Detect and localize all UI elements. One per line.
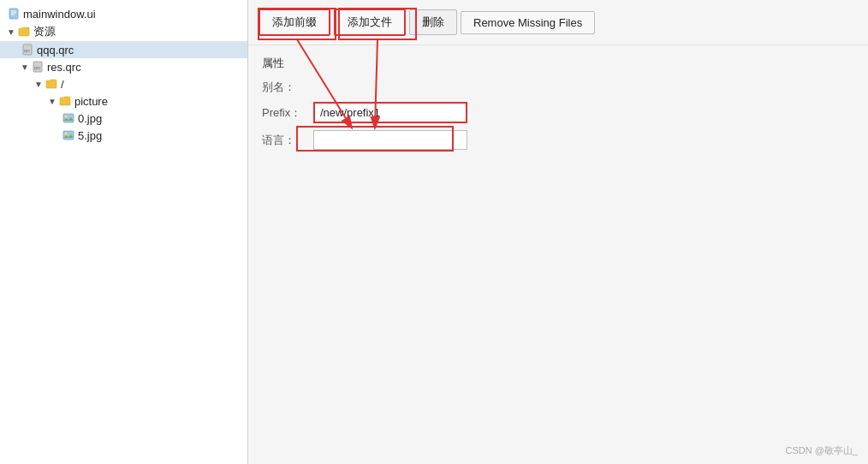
add-prefix-button[interactable]: 添加前缀	[259, 9, 330, 36]
prefix-input[interactable]	[313, 102, 467, 123]
remove-missing-button[interactable]: Remove Missing Files	[461, 11, 595, 34]
svg-text:qrc: qrc	[24, 48, 30, 53]
tree-label-picture: picture	[74, 95, 108, 108]
alias-row: 别名：	[262, 80, 854, 95]
properties-title: 属性	[262, 56, 854, 71]
img-icon-0jpg	[62, 111, 75, 125]
add-file-button[interactable]: 添加文件	[334, 9, 406, 36]
svg-text:qrc: qrc	[34, 65, 40, 70]
language-label: 语言：	[262, 133, 313, 148]
tree-label-5jpg: 5.jpg	[78, 129, 102, 142]
folder-icon-root	[45, 77, 58, 91]
chevron-picture: ▼	[48, 97, 56, 106]
tree-item-picture[interactable]: ▼ picture	[0, 92, 247, 110]
tree-item-5jpg[interactable]: 5.jpg	[0, 127, 247, 144]
watermark: CSDN @敬亭山_	[785, 444, 858, 457]
tree-label-mainwindow: mainwindow.ui	[23, 8, 96, 21]
tree-item-qqq[interactable]: qrc qqq.qrc	[0, 41, 247, 58]
tree-item-mainwindow[interactable]: mainwindow.ui	[0, 5, 247, 22]
alias-label: 别名：	[262, 80, 313, 95]
file-tree[interactable]: mainwindow.ui ▼ 资源 qrc qqq.qrc ▼	[0, 0, 248, 464]
toolbar: 添加前缀 添加文件 删除 Remove Missing Files	[248, 0, 868, 45]
img-icon-5jpg	[62, 128, 75, 142]
tree-label-resources: 资源	[33, 24, 56, 39]
properties-panel: 属性 别名： Prefix： 语言：	[248, 45, 868, 464]
qrc-icon-res: qrc	[31, 60, 45, 74]
chevron-res: ▼	[21, 62, 29, 72]
chevron-root: ▼	[34, 80, 43, 89]
language-input[interactable]	[313, 130, 467, 150]
svg-point-9	[65, 116, 68, 118]
svg-rect-8	[63, 114, 74, 122]
svg-point-11	[65, 133, 68, 135]
svg-rect-10	[63, 131, 74, 140]
tree-label-0jpg: 0.jpg	[78, 112, 102, 125]
tree-item-res[interactable]: ▼ qrc res.qrc	[0, 58, 247, 75]
tree-item-root[interactable]: ▼ /	[0, 75, 247, 92]
qrc-icon-qqq: qrc	[21, 43, 34, 57]
svg-rect-0	[9, 9, 18, 19]
tree-label-res: res.qrc	[47, 61, 81, 74]
ui-file-icon	[7, 7, 21, 21]
delete-button[interactable]: 删除	[409, 9, 457, 35]
right-panel: 添加前缀 添加文件 删除 Remove Missing Files 属性 别名：…	[248, 0, 868, 464]
prefix-label: Prefix：	[262, 105, 313, 121]
tree-item-resources[interactable]: ▼ 资源	[0, 22, 247, 41]
language-row: 语言：	[262, 130, 854, 150]
folder-icon-picture	[58, 94, 72, 108]
tree-item-0jpg[interactable]: 0.jpg	[0, 110, 247, 127]
folder-icon-resources	[17, 25, 31, 39]
prefix-row: Prefix：	[262, 102, 854, 123]
chevron-resources: ▼	[7, 27, 15, 37]
tree-label-qqq: qqq.qrc	[37, 44, 74, 57]
tree-label-root: /	[61, 78, 64, 91]
